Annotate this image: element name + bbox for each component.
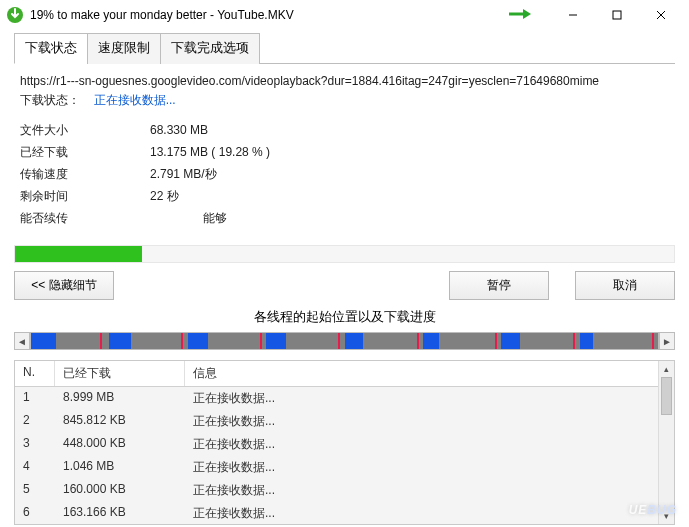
status-label: 下载状态：: [20, 93, 80, 107]
download-status-panel: https://r1---sn-oguesnes.googlevideo.com…: [14, 64, 675, 235]
thread-tick: [573, 333, 575, 349]
window-title: 19% to make your monday better - YouTube…: [30, 8, 507, 22]
threads-scroll-left[interactable]: ◄: [14, 332, 30, 350]
speed-row: 传输速度2.791 MB/秒: [20, 163, 669, 185]
resume-label: 能否续传: [20, 207, 150, 229]
progress-fill: [15, 246, 142, 262]
filesize-row: 文件大小68.330 MB: [20, 119, 669, 141]
cell-info: 正在接收数据...: [185, 411, 674, 432]
threads-bar-wrap: ◄ ►: [14, 332, 675, 350]
cell-info: 正在接收数据...: [185, 480, 674, 501]
remaining-value: 22 秒: [150, 185, 179, 207]
content-area: 下载状态速度限制下载完成选项 https://r1---sn-oguesnes.…: [0, 32, 689, 527]
thread-segment: [266, 333, 286, 349]
table-vscrollbar[interactable]: ▴ ▾: [658, 361, 674, 524]
thread-tick: [495, 333, 497, 349]
table-row[interactable]: 41.046 MB正在接收数据...: [15, 456, 674, 479]
cell-info: 正在接收数据...: [185, 388, 674, 409]
table-row[interactable]: 6163.166 KB正在接收数据...: [15, 502, 674, 525]
remaining-label: 剩余时间: [20, 185, 150, 207]
threads-scroll-right[interactable]: ►: [659, 332, 675, 350]
cell-info: 正在接收数据...: [185, 457, 674, 478]
speed-value: 2.791 MB/秒: [150, 163, 217, 185]
thread-segment: [580, 333, 594, 349]
cell-info: 正在接收数据...: [185, 434, 674, 455]
download-url: https://r1---sn-oguesnes.googlevideo.com…: [20, 74, 669, 88]
minimize-button[interactable]: [551, 1, 595, 29]
cancel-button[interactable]: 取消: [575, 271, 675, 300]
pause-button[interactable]: 暂停: [449, 271, 549, 300]
table-row[interactable]: 18.999 MB正在接收数据...: [15, 387, 674, 410]
threads-progress-bar: [30, 332, 659, 350]
tab-2[interactable]: 下载完成选项: [160, 33, 260, 64]
cell-downloaded: 845.812 KB: [55, 411, 185, 432]
resume-row: 能否续传 能够: [20, 207, 669, 229]
col-header-n[interactable]: N.: [15, 361, 55, 386]
cell-downloaded: 1.046 MB: [55, 457, 185, 478]
svg-marker-2: [523, 9, 531, 19]
thread-tick: [338, 333, 340, 349]
thread-segment: [109, 333, 131, 349]
thread-segment: [501, 333, 520, 349]
resume-value: 能够: [150, 207, 227, 229]
threads-title: 各线程的起始位置以及下载进度: [14, 308, 675, 326]
thread-tick: [181, 333, 183, 349]
table-header: N. 已经下载 信息: [15, 361, 674, 387]
button-row: << 隐藏细节 暂停 取消: [14, 271, 675, 300]
scroll-thumb[interactable]: [661, 377, 672, 415]
cell-n: 2: [15, 411, 55, 432]
thread-segment: [345, 333, 364, 349]
downloaded-row: 已经下载13.175 MB ( 19.28 % ): [20, 141, 669, 163]
scroll-down-icon[interactable]: ▾: [659, 508, 674, 524]
cell-downloaded: 8.999 MB: [55, 388, 185, 409]
progress-bar: [14, 245, 675, 263]
speed-label: 传输速度: [20, 163, 150, 185]
table-row[interactable]: 2845.812 KB正在接收数据...: [15, 410, 674, 433]
col-header-downloaded[interactable]: 已经下载: [55, 361, 185, 386]
filesize-label: 文件大小: [20, 119, 150, 141]
status-value: 正在接收数据...: [94, 93, 176, 107]
cell-n: 5: [15, 480, 55, 501]
table-row[interactable]: 3448.000 KB正在接收数据...: [15, 433, 674, 456]
cell-info: 正在接收数据...: [185, 503, 674, 524]
cell-n: 6: [15, 503, 55, 524]
filesize-value: 68.330 MB: [150, 119, 208, 141]
tab-0[interactable]: 下载状态: [14, 33, 88, 64]
cell-downloaded: 448.000 KB: [55, 434, 185, 455]
tab-1[interactable]: 速度限制: [87, 33, 161, 64]
table-row[interactable]: 5160.000 KB正在接收数据...: [15, 479, 674, 502]
table-body: 18.999 MB正在接收数据...2845.812 KB正在接收数据...34…: [15, 387, 674, 525]
thread-tick: [417, 333, 419, 349]
downloaded-label: 已经下载: [20, 141, 150, 163]
cell-n: 4: [15, 457, 55, 478]
cell-downloaded: 163.166 KB: [55, 503, 185, 524]
cell-n: 3: [15, 434, 55, 455]
col-header-info[interactable]: 信息: [185, 361, 674, 386]
app-icon: [6, 6, 24, 24]
title-bar: 19% to make your monday better - YouTube…: [0, 0, 689, 30]
cell-downloaded: 160.000 KB: [55, 480, 185, 501]
cell-n: 1: [15, 388, 55, 409]
thread-tick: [260, 333, 262, 349]
hide-details-button[interactable]: << 隐藏细节: [14, 271, 114, 300]
threads-table: N. 已经下载 信息 18.999 MB正在接收数据...2845.812 KB…: [14, 360, 675, 525]
forward-arrow-icon: [507, 8, 531, 23]
status-line: 下载状态： 正在接收数据...: [20, 92, 669, 109]
thread-segment: [31, 333, 56, 349]
downloaded-value: 13.175 MB ( 19.28 % ): [150, 141, 270, 163]
tab-strip: 下载状态速度限制下载完成选项: [14, 32, 675, 64]
thread-tick: [652, 333, 654, 349]
thread-tick: [100, 333, 102, 349]
svg-rect-4: [613, 11, 621, 19]
scroll-up-icon[interactable]: ▴: [659, 361, 674, 377]
thread-segment: [188, 333, 208, 349]
close-button[interactable]: [639, 1, 683, 29]
maximize-button[interactable]: [595, 1, 639, 29]
thread-segment: [423, 333, 439, 349]
scroll-track[interactable]: [659, 377, 674, 508]
remaining-row: 剩余时间22 秒: [20, 185, 669, 207]
